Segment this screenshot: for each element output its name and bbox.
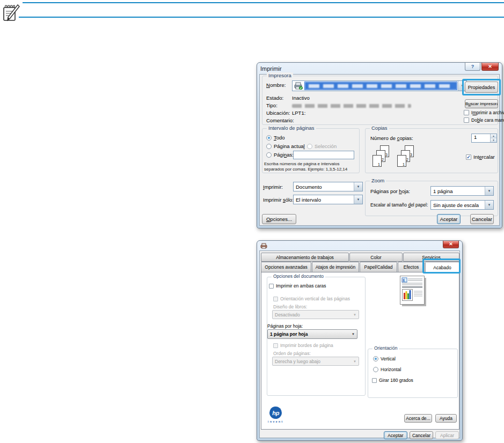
find-printer-button[interactable]: Buscar impresora... [465,99,498,108]
properties-button[interactable]: Propiedades [465,82,498,93]
zoom-group-label: Zoom [370,178,386,183]
scale-to-paper-select[interactable]: Sin ajuste de escala ▼ [430,200,494,210]
print-only-value: El intervalo [294,197,354,203]
rotate-180-checkbox[interactable]: Girar 180 grados [372,378,413,383]
finishing-tab-panel: Opciones del documento Imprimir en ambas… [261,272,459,430]
checkbox-label: Imprimir bordes de página [280,343,333,348]
page-order-select: Derecha y luego abajo ▼ [272,357,359,366]
manual-duplex-checkbox[interactable]: Doble cara manual [464,117,504,123]
spinner-up-icon[interactable]: ▲ [491,134,496,138]
printer-status-label: Estado: [266,95,283,101]
radio-circle[interactable] [266,152,272,158]
radio-circle[interactable] [266,144,272,149]
tab-printing-shortcuts[interactable]: Atajos de impresión [312,262,359,272]
redacted-printer-name [309,84,454,88]
checkbox-box[interactable] [464,117,469,123]
collate-checkbox[interactable]: ✓ Intercalar [466,154,495,160]
radio-label: Todo [274,135,285,141]
pages-input[interactable] [293,151,354,159]
ok-button[interactable]: Aceptar [437,214,461,224]
printer-properties-dialog: ✕ Almacenamiento de trabajos Color Servi… [257,240,463,441]
radio-label: Vertical [381,356,396,361]
ok-button[interactable]: Aceptar [384,431,407,439]
printer-type-label: Tipo: [266,102,277,108]
booklet-layout-value: Desactivado [273,312,351,318]
orientation-landscape-radio[interactable]: Horizontal [373,367,401,372]
collate-pages-icon: 3 2 1 [397,145,418,170]
dropdown-arrow-icon[interactable]: ▼ [485,201,493,209]
page-range-hint: Escriba números de página e intervalos s… [264,161,347,172]
checkbox-box[interactable] [372,378,377,383]
printer-name-select[interactable]: ▼ [292,80,467,91]
cancel-button[interactable]: Cancelar [470,214,494,224]
dropdown-arrow-icon[interactable]: ▼ [349,333,357,336]
properties-dialog-titlebar[interactable]: ✕ [257,241,462,250]
orientation-portrait-radio[interactable]: Vertical [373,356,396,361]
checkbox-label: Girar 180 grados [379,378,413,383]
checkbox-label: Orientación vertical de las páginas [280,296,350,301]
dropdown-arrow-icon[interactable]: ▼ [354,182,362,191]
radio-label: Horizontal [381,367,401,372]
hp-logo-circle: hp [269,407,282,419]
options-button[interactable]: Opciones... [262,214,296,224]
flip-pages-up-checkbox: Orientación vertical de las páginas [273,296,350,301]
tab-advanced-options[interactable]: Opciones avanzadas [261,262,311,272]
radio-circle[interactable] [373,367,378,372]
pages-per-sheet-select[interactable]: 1 página ▼ [430,186,494,196]
note-bottom-rule [19,17,504,18]
checkbox-check-icon[interactable]: ✓ [466,154,471,160]
radio-circle[interactable] [373,356,378,361]
pages-per-sheet-select[interactable]: 1 página por hoja ▼ [267,329,357,339]
range-all-radio[interactable]: Todo [266,135,285,141]
note-icon [2,3,20,22]
about-button[interactable]: Acerca de... [404,414,432,423]
checkbox-box[interactable] [464,110,469,115]
tab-paper-quality[interactable]: Papel/Calidad [360,262,397,272]
print-both-sides-checkbox[interactable]: Imprimir en ambas caras [269,283,326,289]
spinner-down-icon[interactable]: ▼ [491,138,496,142]
checkbox-box[interactable] [269,284,274,289]
note-top-rule [23,2,504,3]
radio-label: Selección [315,143,337,149]
dropdown-arrow-icon[interactable]: ▼ [485,187,493,195]
print-dialog: Imprimir ? ✕ Impresora Nombre: [257,62,502,228]
page-order-label: Orden de páginas: [273,351,311,356]
print-to-file-checkbox[interactable]: Imprimir a archivo [464,110,504,115]
print-preview-thumbnail: E [400,276,427,307]
range-selection-radio: Selección [307,143,337,149]
range-pages-radio[interactable]: Páginas: [266,152,294,158]
tab-effects[interactable]: Efectos [398,262,425,272]
pages-per-sheet-label: Páginas por hoja: [370,188,410,194]
printer-location-value: LPT1: [292,110,305,116]
dropdown-arrow-icon[interactable]: ▼ [354,195,362,204]
cancel-button[interactable]: Cancelar [410,431,433,439]
radio-circle[interactable] [266,135,272,141]
print-page-borders-checkbox: Imprimir bordes de página [273,343,333,348]
printer-group-label: Impresora [267,72,293,78]
svg-text:E: E [403,278,406,283]
print-dialog-titlebar[interactable]: Imprimir ? ✕ [257,63,502,74]
scale-to-paper-label: Escalar al tamaño del papel: [370,202,428,208]
radio-label: Página actual [274,143,305,149]
print-only-select[interactable]: El intervalo ▼ [293,195,363,204]
tab-color[interactable]: Color [349,253,403,262]
range-current-page-radio[interactable]: Página actual [266,143,305,149]
selected-printer-name [304,82,457,90]
booklet-layout-label: Diseño de libros: [273,304,307,309]
copies-count-stepper[interactable]: 1 ▲ ▼ [471,134,497,143]
print-what-select[interactable]: Documento ▼ [293,182,363,191]
print-dialog-title: Imprimir [260,65,282,72]
scale-to-paper-value: Sin ajuste de escala [431,202,485,208]
help-icon[interactable]: ? [465,63,480,71]
print-only-label: Imprimir sólo: [263,197,294,203]
pages-per-sheet-label: Páginas por hoja: [267,323,303,329]
copies-count-value[interactable]: 1 [472,134,490,142]
checkbox-label: Doble cara manual [471,117,504,123]
close-icon[interactable]: ✕ [481,63,499,71]
print-what-value: Documento [294,184,354,190]
tab-job-storage[interactable]: Almacenamiento de trabajos [261,253,349,262]
close-icon[interactable]: ✕ [443,241,459,248]
help-button[interactable]: Ayuda [435,414,457,423]
collate-pages-icon: 3 2 1 [372,145,393,170]
hp-logo-tagline: invent [268,420,284,423]
